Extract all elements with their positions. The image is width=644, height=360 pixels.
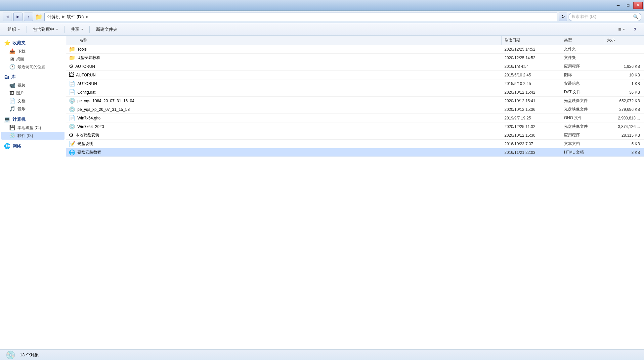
sidebar-item-downloads[interactable]: 📥 下载 xyxy=(1,47,64,55)
sidebar-item-recent[interactable]: 🕐 最近访问的位置 xyxy=(1,63,64,71)
table-row[interactable]: 📁 Tools 2020/12/25 14:52 文件夹 xyxy=(66,45,644,54)
status-app-icon: 💿 xyxy=(5,350,16,360)
cell-size-9: 3,874,126 ... xyxy=(604,124,644,129)
titlebar: ─ □ ✕ xyxy=(0,0,644,11)
path-sep-2: ▶ xyxy=(86,15,88,19)
video-label: 视频 xyxy=(18,83,25,88)
docs-icon: 📄 xyxy=(9,98,16,104)
table-row[interactable]: 📄 Config.dat 2020/10/12 15:42 DAT 文件 36 … xyxy=(66,88,644,97)
column-name[interactable]: 名称 xyxy=(66,36,502,45)
status-count: 13 个对象 xyxy=(20,352,39,358)
minimize-button[interactable]: ─ xyxy=(614,2,623,9)
table-row[interactable]: ⚙ AUTORUN 2016/1/8 4:54 应用程序 1,926 KB xyxy=(66,62,644,71)
file-name-5: Config.dat xyxy=(77,90,96,95)
sidebar-header-network[interactable]: 🌐 网络 xyxy=(1,142,64,151)
file-name-0: Tools xyxy=(77,47,87,52)
table-row[interactable]: ⚙ 本地硬盘安装 2020/10/12 15:30 应用程序 28,315 KB xyxy=(66,131,644,140)
help-button[interactable]: ? xyxy=(630,25,640,34)
column-type[interactable]: 类型 xyxy=(561,36,604,45)
search-placeholder-text: 搜索 软件 (D:) xyxy=(572,14,596,20)
table-row[interactable]: 📄 Win7x64.gho 2019/9/7 19:25 GHO 文件 2,90… xyxy=(66,114,644,122)
sidebar-item-video[interactable]: 📹 视频 xyxy=(1,81,64,89)
table-row[interactable]: 📝 光盘说明 2016/10/23 7:07 文本文档 5 KB xyxy=(66,140,644,148)
view-button[interactable]: ≡ ▾ xyxy=(615,25,628,34)
sidebar-header-computer[interactable]: 💻 计算机 xyxy=(1,115,64,124)
sidebar-item-music[interactable]: 🎵 音乐 xyxy=(1,105,64,113)
file-icon-8: 📄 xyxy=(69,115,75,121)
desktop-label: 桌面 xyxy=(16,56,24,62)
share-button[interactable]: 共享 ▾ xyxy=(67,25,87,34)
archive-button[interactable]: 包含到库中 ▾ xyxy=(29,25,62,34)
music-label: 音乐 xyxy=(18,106,25,112)
computer-icon: 💻 xyxy=(4,116,11,122)
file-icon-2: ⚙ xyxy=(69,63,73,69)
sidebar-section-favorites: ⭐ 收藏夹 📥 下载 🖥 桌面 🕐 最近访问的位置 xyxy=(1,38,64,71)
maximize-button[interactable]: □ xyxy=(623,2,633,9)
help-icon: ? xyxy=(633,27,636,32)
refresh-icon: ↻ xyxy=(561,14,565,19)
cell-type-11: 文本文档 xyxy=(561,141,604,147)
file-name-10: 本地硬盘安装 xyxy=(75,132,99,138)
file-name-6: pe_yqs_1064_20_07_31_16_04 xyxy=(77,99,134,103)
cell-type-10: 应用程序 xyxy=(561,132,604,138)
address-path[interactable]: 计算机 ▶ 软件 (D:) ▶ xyxy=(44,13,557,21)
file-icon-0: 📁 xyxy=(69,46,75,52)
path-part-drive[interactable]: 软件 (D:) xyxy=(67,14,84,20)
up-button[interactable]: ↑ xyxy=(24,13,33,21)
cell-name-7: 💿 pe_yqs_xp_20_07_31_15_53 xyxy=(66,105,502,113)
sidebar-header-library[interactable]: 🗂 库 xyxy=(1,73,64,81)
file-name-4: AUTORUN xyxy=(77,81,97,86)
cell-size-2: 1,926 KB xyxy=(604,64,644,69)
cell-date-3: 2015/5/10 2:45 xyxy=(502,73,561,77)
recent-icon: 🕐 xyxy=(9,64,16,70)
cell-name-6: 💿 pe_yqs_1064_20_07_31_16_04 xyxy=(66,97,502,105)
table-row[interactable]: 💿 Win7x64_2020 2020/12/25 11:32 光盘映像文件 3… xyxy=(66,122,644,131)
favorites-label: 收藏夹 xyxy=(13,40,25,46)
table-row[interactable]: 💿 pe_yqs_1064_20_07_31_16_04 2020/10/12 … xyxy=(66,97,644,105)
search-box[interactable]: 搜索 软件 (D:) 🔍 xyxy=(569,13,641,21)
file-icon-7: 💿 xyxy=(69,106,75,112)
back-button[interactable]: ◀ xyxy=(3,13,12,21)
table-row[interactable]: 📁 U盘安装教程 2020/12/25 14:52 文件夹 xyxy=(66,54,644,62)
new-folder-button[interactable]: 新建文件夹 xyxy=(92,25,121,34)
new-folder-label: 新建文件夹 xyxy=(96,27,117,32)
network-label: 网络 xyxy=(13,143,21,149)
file-name-3: AUTORUN xyxy=(76,73,96,77)
table-row[interactable]: 📄 AUTORUN 2015/5/10 2:45 安装信息 1 KB xyxy=(66,79,644,88)
archive-label: 包含到库中 xyxy=(33,26,54,32)
cell-date-12: 2016/11/21 22:03 xyxy=(502,150,561,155)
column-date[interactable]: 修改日期 xyxy=(502,36,561,45)
cell-size-11: 5 KB xyxy=(604,142,644,146)
sidebar-item-drive-c[interactable]: 💾 本地磁盘 (C:) xyxy=(1,124,64,132)
file-icon-4: 📄 xyxy=(69,80,75,87)
file-icon-5: 📄 xyxy=(69,89,75,95)
table-row[interactable]: 🖼 AUTORUN 2015/5/10 2:45 图标 10 KB xyxy=(66,71,644,79)
cell-type-2: 应用程序 xyxy=(561,64,604,69)
cell-type-3: 图标 xyxy=(561,72,604,78)
sidebar-item-desktop[interactable]: 🖥 桌面 xyxy=(1,55,64,63)
cell-type-7: 光盘映像文件 xyxy=(561,107,604,112)
organize-button[interactable]: 组织 ▾ xyxy=(4,25,23,34)
sidebar-item-docs[interactable]: 📄 文档 xyxy=(1,97,64,105)
sidebar-item-image[interactable]: 🖼 图片 xyxy=(1,89,64,97)
share-dropdown-icon: ▾ xyxy=(81,28,83,31)
forward-button[interactable]: ▶ xyxy=(13,13,22,21)
file-list-header: 名称 修改日期 类型 大小 xyxy=(66,36,644,45)
path-part-computer[interactable]: 计算机 xyxy=(47,14,60,20)
table-row[interactable]: 🌐 硬盘安装教程 2016/11/21 22:03 HTML 文档 3 KB xyxy=(66,148,644,157)
column-size[interactable]: 大小 xyxy=(604,36,644,45)
library-icon: 🗂 xyxy=(4,74,9,80)
cell-size-5: 36 KB xyxy=(604,90,644,95)
sidebar-item-drive-d[interactable]: 💿 软件 (D:) xyxy=(1,132,64,140)
forward-icon: ▶ xyxy=(17,15,19,19)
table-row[interactable]: 💿 pe_yqs_xp_20_07_31_15_53 2020/10/12 15… xyxy=(66,105,644,114)
cell-type-5: DAT 文件 xyxy=(561,89,604,95)
cell-name-10: ⚙ 本地硬盘安装 xyxy=(66,131,502,139)
cell-date-11: 2016/10/23 7:07 xyxy=(502,142,561,146)
download-icon: 📥 xyxy=(9,48,16,54)
sidebar-header-favorites[interactable]: ⭐ 收藏夹 xyxy=(1,38,64,47)
star-icon: ⭐ xyxy=(4,40,11,46)
file-name-11: 光盘说明 xyxy=(77,141,93,147)
close-button[interactable]: ✕ xyxy=(633,2,643,9)
refresh-button[interactable]: ↻ xyxy=(559,13,567,21)
